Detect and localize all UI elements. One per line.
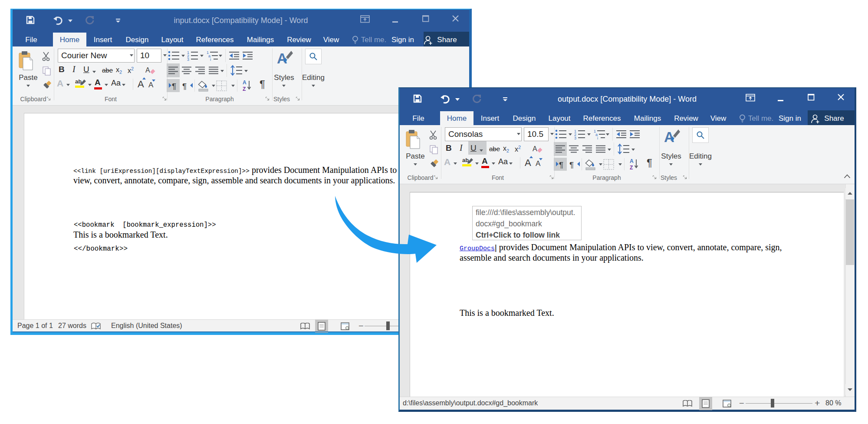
svg-text:Z: Z — [630, 165, 633, 170]
svg-text:¶: ¶ — [569, 160, 574, 169]
svg-text:3: 3 — [574, 136, 576, 139]
svg-text:A: A — [243, 80, 247, 86]
svg-text:¶: ¶ — [182, 82, 187, 91]
svg-text:A: A — [145, 66, 150, 74]
svg-text:A: A — [148, 81, 154, 88]
svg-text:¶: ¶ — [172, 82, 176, 91]
svg-text:A: A — [536, 159, 541, 167]
svg-text:i: i — [210, 57, 211, 61]
svg-text:Z: Z — [243, 86, 246, 92]
svg-text:A: A — [533, 145, 537, 152]
svg-text:i: i — [597, 136, 598, 139]
svg-text:¶: ¶ — [559, 160, 563, 169]
svg-text:A: A — [525, 157, 531, 167]
svg-text:A: A — [630, 158, 634, 164]
svg-text:A: A — [138, 79, 144, 88]
svg-text:3: 3 — [187, 57, 189, 61]
